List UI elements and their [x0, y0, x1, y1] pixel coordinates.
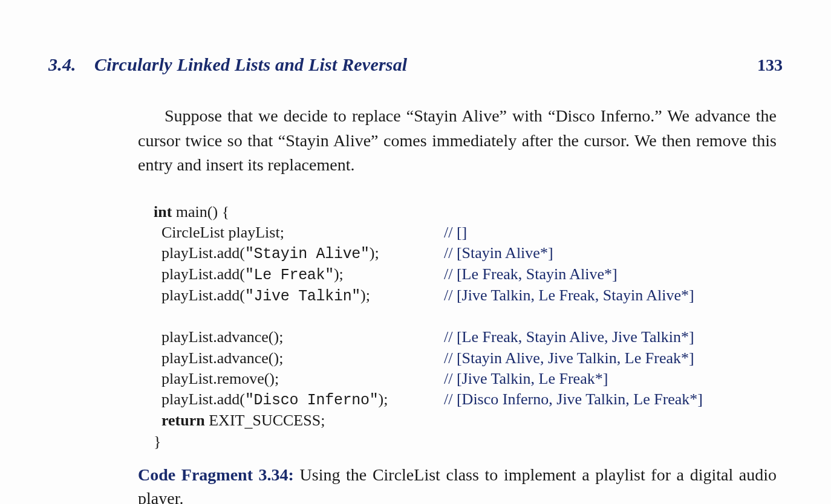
- code-line-2: playList.add("Stayin Alive");// [Stayin …: [154, 243, 783, 264]
- code-line-5: playList.advance();// [Le Freak, Stayin …: [154, 327, 783, 347]
- code-line-4: playList.add("Jive Talkin");// [Jive Tal…: [154, 285, 783, 306]
- caption-label: Code Fragment 3.34:: [138, 465, 294, 484]
- running-header: 3.4. Circularly Linked Lists and List Re…: [48, 54, 783, 75]
- code-line-7: playList.remove();// [Jive Talkin, Le Fr…: [154, 369, 783, 389]
- code-line-6: playList.advance();// [Stayin Alive, Jiv…: [154, 348, 783, 369]
- section-heading: 3.4. Circularly Linked Lists and List Re…: [48, 54, 407, 75]
- code-line-3: playList.add("Le Freak");// [Le Freak, S…: [154, 264, 783, 285]
- code-line-8: playList.add("Disco Inferno");// [Disco …: [154, 389, 783, 410]
- code-line-1: CircleList playList;// []: [154, 222, 783, 243]
- paragraph-text: Suppose that we decide to replace “Stayi…: [138, 106, 777, 174]
- page: 3.4. Circularly Linked Lists and List Re…: [0, 0, 831, 504]
- page-number: 133: [757, 56, 783, 75]
- code-line-10: }: [154, 431, 783, 452]
- code-caption: Code Fragment 3.34: Using the CircleList…: [138, 463, 777, 504]
- body-paragraph: Suppose that we decide to replace “Stayi…: [138, 104, 777, 178]
- code-blank-line: [154, 306, 783, 327]
- code-fragment: int main() { CircleList playList;// [] p…: [154, 202, 783, 452]
- code-line-0: int main() {: [154, 202, 783, 222]
- code-line-9: return EXIT_SUCCESS;: [154, 410, 783, 431]
